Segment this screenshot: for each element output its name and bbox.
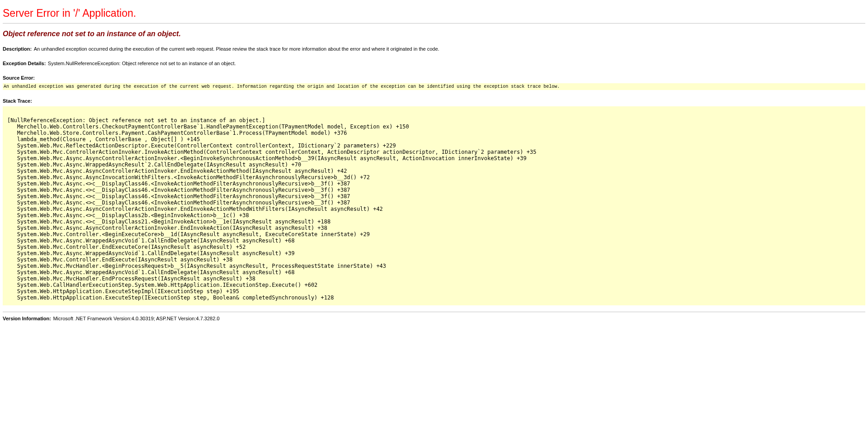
- page-title: Server Error in '/' Application.: [3, 7, 865, 19]
- description-text: An unhandled exception occurred during t…: [34, 46, 439, 52]
- source-error-box: An unhandled exception was generated dur…: [3, 83, 865, 90]
- stack-trace-label: Stack Trace:: [3, 98, 32, 104]
- description-label: Description:: [3, 46, 32, 52]
- version-info: Version Information: Microsoft .NET Fram…: [3, 314, 865, 322]
- stack-trace-line: Stack Trace:: [3, 96, 865, 104]
- description-line: Description: An unhandled exception occu…: [3, 44, 865, 52]
- error-subheader: Object reference not set to an instance …: [3, 30, 865, 38]
- stack-trace-content: [NullReferenceException: Object referenc…: [3, 106, 865, 305]
- divider-top: [3, 23, 865, 24]
- exception-details-label: Exception Details:: [3, 61, 46, 66]
- divider-bottom: [3, 312, 865, 312]
- source-error-line: Source Error:: [3, 73, 865, 81]
- source-error-label: Source Error:: [3, 75, 35, 81]
- exception-line: Exception Details: System.NullReferenceE…: [3, 59, 865, 67]
- version-info-text: Microsoft .NET Framework Version:4.0.303…: [53, 316, 219, 321]
- exception-details-text: System.NullReferenceException: Object re…: [48, 61, 236, 66]
- version-info-label: Version Information:: [3, 316, 51, 321]
- source-error-message: An unhandled exception was generated dur…: [3, 83, 865, 90]
- stack-trace-box: [NullReferenceException: Object referenc…: [3, 106, 865, 305]
